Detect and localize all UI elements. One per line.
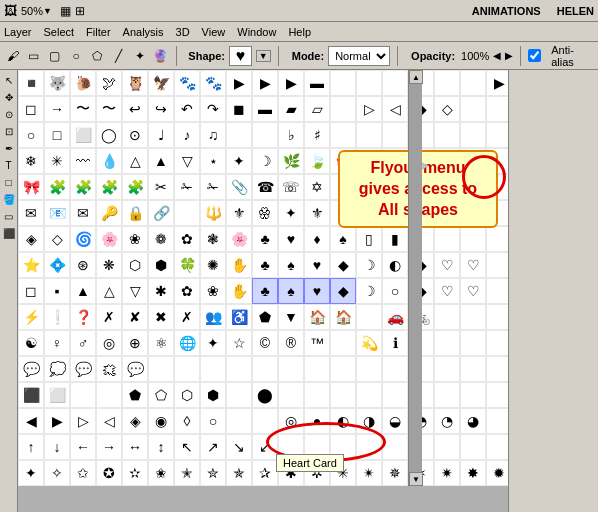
shape-cell[interactable] <box>382 356 408 382</box>
shape-cell[interactable]: ✪ <box>96 460 122 486</box>
shape-cell[interactable]: ◈ <box>122 408 148 434</box>
menu-help[interactable]: Help <box>288 26 311 38</box>
shape-cell[interactable]: ↘ <box>226 434 252 460</box>
tool-lasso[interactable]: ⊙ <box>1 106 17 122</box>
shape-cell[interactable] <box>356 70 382 96</box>
shape-cell[interactable]: ↖ <box>174 434 200 460</box>
shape-cell[interactable] <box>174 356 200 382</box>
shape-cell[interactable] <box>356 304 382 330</box>
zoom-dropdown-icon[interactable]: ▼ <box>43 6 52 16</box>
shape-cell[interactable] <box>356 356 382 382</box>
shape-cell[interactable]: ⬡ <box>174 382 200 408</box>
shape-cell[interactable]: ▱ <box>304 96 330 122</box>
shape-cell[interactable]: ♡ <box>460 252 486 278</box>
shape-cell[interactable]: ↕ <box>148 434 174 460</box>
shape-cell[interactable]: 📎 <box>226 174 252 200</box>
shape-cell[interactable]: ↶ <box>174 96 200 122</box>
shape-cell[interactable]: 🍀 <box>174 252 200 278</box>
shape-cell[interactable] <box>382 382 408 408</box>
tool-magic[interactable]: 🔮 <box>152 47 169 65</box>
shape-cell[interactable]: ♠ <box>278 278 304 304</box>
shape-cell[interactable]: ◯ <box>96 122 122 148</box>
menu-filter[interactable]: Filter <box>86 26 110 38</box>
shape-cell[interactable]: ☎ <box>252 174 278 200</box>
menu-window[interactable]: Window <box>237 26 276 38</box>
antialias-checkbox[interactable] <box>528 49 541 62</box>
arrange-icon[interactable]: ⊞ <box>75 4 85 18</box>
shape-cell[interactable]: ✮ <box>200 460 226 486</box>
shape-cell[interactable]: ✷ <box>434 460 460 486</box>
shape-cell[interactable]: ▶ <box>486 70 508 96</box>
tool-shape2[interactable]: □ <box>1 174 17 190</box>
shape-cell[interactable]: ↗ <box>200 434 226 460</box>
shape-cell[interactable]: ▲ <box>148 148 174 174</box>
shape-cell[interactable] <box>486 382 508 408</box>
shape-cell[interactable]: 🏠 <box>330 304 356 330</box>
opacity-arrow-left[interactable]: ◀ <box>493 50 501 61</box>
shape-cell[interactable]: ✦ <box>200 330 226 356</box>
shape-cell[interactable]: ✂ <box>148 174 174 200</box>
shape-cell[interactable]: ♫ <box>200 122 226 148</box>
shape-cell[interactable]: ☯ <box>18 330 44 356</box>
shape-cell[interactable]: ▶ <box>278 70 304 96</box>
shape-cell[interactable]: ⬡ <box>122 252 148 278</box>
shape-cell[interactable]: 💬 <box>18 356 44 382</box>
shape-cell[interactable]: △ <box>96 278 122 304</box>
shape-cell[interactable]: ▶ <box>44 408 70 434</box>
tool-brush[interactable]: 🖌 <box>4 47 21 65</box>
shape-cell[interactable]: ♦ <box>304 226 330 252</box>
shape-cell[interactable] <box>252 408 278 434</box>
shape-cell[interactable] <box>434 70 460 96</box>
shape-cell[interactable] <box>200 356 226 382</box>
shape-cell[interactable] <box>486 252 508 278</box>
shape-cell[interactable] <box>434 330 460 356</box>
shape-cell[interactable] <box>278 434 304 460</box>
shape-cell[interactable]: 🍃 <box>304 148 330 174</box>
shape-cell[interactable]: ♡ <box>434 252 460 278</box>
shape-cell[interactable]: □ <box>44 122 70 148</box>
shape-cell[interactable]: ▰ <box>278 96 304 122</box>
shape-cell[interactable] <box>434 356 460 382</box>
shape-cell[interactable] <box>148 356 174 382</box>
shape-cell[interactable]: ⬜ <box>44 382 70 408</box>
shape-cell[interactable] <box>460 304 486 330</box>
scrollbar-track[interactable] <box>409 84 422 472</box>
shape-cell[interactable]: ⚡ <box>18 304 44 330</box>
shape-cell[interactable]: ◁ <box>382 96 408 122</box>
shape-cell[interactable]: ⬢ <box>200 382 226 408</box>
shape-cell[interactable]: 💠 <box>44 252 70 278</box>
shape-cell[interactable]: ✸ <box>460 460 486 486</box>
shape-cell[interactable]: ◻ <box>18 278 44 304</box>
shape-cell[interactable]: ® <box>278 330 304 356</box>
shape-cell[interactable]: ✩ <box>70 460 96 486</box>
shape-cell[interactable]: ✗ <box>174 304 200 330</box>
tool-eraser[interactable]: ▭ <box>1 208 17 224</box>
shape-cell[interactable]: ♯ <box>304 122 330 148</box>
shape-cell[interactable] <box>304 434 330 460</box>
shape-cell[interactable] <box>460 70 486 96</box>
shape-cell[interactable] <box>226 382 252 408</box>
shape-cell[interactable] <box>382 122 408 148</box>
shape-cell[interactable]: ✵ <box>382 460 408 486</box>
shape-cell[interactable]: ◼ <box>226 96 252 122</box>
shape-cell[interactable]: ✋ <box>226 278 252 304</box>
shape-cell[interactable]: ⬜ <box>70 122 96 148</box>
shape-cell[interactable]: ◀ <box>18 408 44 434</box>
shape-cell[interactable]: ◊ <box>174 408 200 434</box>
shape-cell[interactable]: ❀ <box>122 226 148 252</box>
shape-cell[interactable]: ✺ <box>200 252 226 278</box>
tool-color[interactable]: ⬛ <box>1 225 17 241</box>
shape-cell[interactable] <box>486 278 508 304</box>
shape-cell[interactable]: ← <box>70 434 96 460</box>
shape-cell[interactable]: ♭ <box>278 122 304 148</box>
shape-cell[interactable]: 🦉 <box>122 70 148 96</box>
shape-cell[interactable] <box>382 434 408 460</box>
shape-cell[interactable]: 🗯 <box>96 356 122 382</box>
shape-cell[interactable]: ⊛ <box>70 252 96 278</box>
shape-cell[interactable] <box>460 382 486 408</box>
shape-cell[interactable]: ↔ <box>122 434 148 460</box>
shape-cell[interactable]: ◁ <box>96 408 122 434</box>
shape-cell[interactable]: ✗ <box>96 304 122 330</box>
shape-cell[interactable] <box>434 122 460 148</box>
shape-cell[interactable]: ◻ <box>18 96 44 122</box>
